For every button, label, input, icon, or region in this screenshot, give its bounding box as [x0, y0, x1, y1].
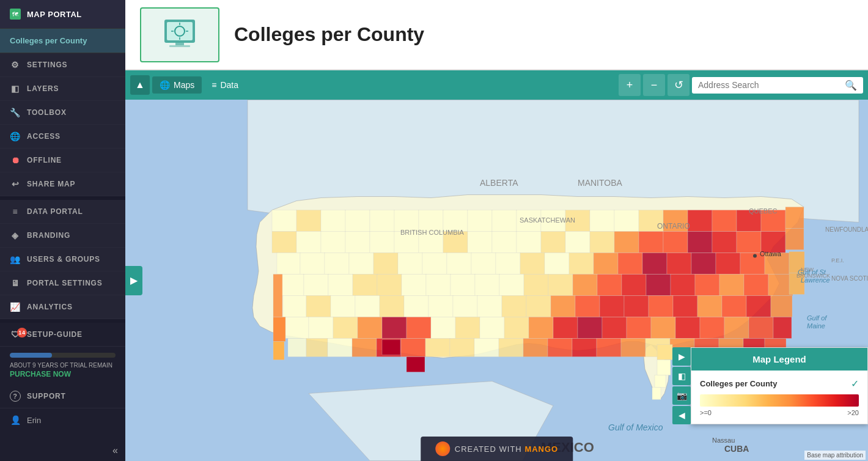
sidebar-item-support[interactable]: ? SUPPORT [0, 385, 125, 408]
zoom-out-button[interactable]: − [643, 74, 665, 96]
sidebar-item-toolbox[interactable]: 🔧 TOOLBOX [0, 101, 125, 125]
sidebar-item-users-groups[interactable]: 👥 USERS & GROUPS [0, 248, 125, 271]
svg-rect-57 [349, 253, 373, 275]
svg-rect-90 [622, 275, 646, 296]
legend-layer-name: Colleges per County [700, 379, 777, 388]
svg-point-172 [753, 254, 757, 258]
toolbar: ▲ 🌐 Maps ≡ Data + − ↺ 🔍 [125, 70, 868, 100]
svg-rect-65 [545, 253, 569, 275]
svg-rect-8 [169, 45, 190, 47]
svg-rect-140 [773, 317, 792, 339]
panel-toggle-button[interactable]: ▶ [125, 266, 142, 295]
svg-rect-100 [331, 296, 355, 317]
users-groups-label: USERS & GROUPS [27, 255, 100, 264]
svg-rect-14 [370, 210, 394, 232]
created-with-text: CREATED WITH [455, 444, 522, 454]
legend-expand-button[interactable]: ▶ [672, 347, 691, 366]
svg-rect-43 [541, 232, 565, 253]
svg-rect-47 [639, 232, 663, 253]
svg-rect-162 [273, 317, 285, 342]
maps-button[interactable]: 🌐 Maps [152, 76, 202, 94]
sidebar-collapse-button[interactable]: « [105, 440, 125, 461]
sidebar-section-1: ⚙ SETTINGS ◧ LAYERS 🔧 TOOLBOX 🌐 ACCESS ⏺… [0, 53, 125, 196]
svg-rect-163 [273, 342, 284, 360]
svg-rect-150 [499, 339, 523, 357]
svg-rect-33 [296, 232, 321, 253]
svg-rect-154 [597, 339, 621, 357]
sidebar-item-data-portal[interactable]: ≡ DATA PORTAL [0, 200, 125, 224]
svg-rect-85 [499, 275, 524, 296]
sidebar-item-settings[interactable]: ⚙ SETTINGS [0, 53, 125, 77]
svg-rect-45 [590, 232, 614, 253]
svg-text:QUEBEC: QUEBEC [749, 207, 778, 215]
support-label: SUPPORT [27, 392, 66, 400]
svg-rect-69 [642, 253, 667, 275]
svg-rect-42 [517, 232, 541, 253]
svg-rect-51 [737, 232, 761, 253]
sidebar-item-analytics[interactable]: 📈 ANALYTICS [0, 295, 125, 319]
svg-rect-77 [304, 275, 328, 296]
svg-rect-141 [288, 339, 306, 357]
svg-rect-101 [273, 275, 282, 317]
sidebar-item-portal-settings[interactable]: 🖥 PORTAL SETTINGS [0, 271, 125, 295]
svg-rect-111 [575, 296, 600, 317]
svg-rect-181 [657, 360, 671, 375]
sidebar-item-branding[interactable]: ◈ BRANDING [0, 224, 125, 248]
sidebar-current-map[interactable]: Colleges per County [0, 29, 125, 53]
zoom-in-button[interactable]: + [619, 74, 641, 96]
refresh-button[interactable]: ↺ [668, 74, 690, 96]
map-portal-icon: 🗺 [10, 9, 21, 20]
legend-layer-row: Colleges per County ✓ [700, 378, 859, 389]
portal-settings-label: PORTAL SETTINGS [27, 279, 103, 287]
sidebar-map-portal-header[interactable]: 🗺 MAP PORTAL [0, 0, 125, 29]
svg-text:Gulf of Mexico: Gulf of Mexico [608, 422, 663, 432]
svg-rect-132 [578, 317, 602, 339]
sidebar-item-layers[interactable]: ◧ LAYERS [0, 77, 125, 101]
svg-text:BRUNSWICK: BRUNSWICK [796, 273, 830, 279]
legend-collapse-button[interactable]: ◀ [672, 406, 691, 424]
svg-rect-119 [771, 296, 792, 317]
legend-layers-button[interactable]: ◧ [672, 367, 691, 385]
sidebar-item-access[interactable]: 🌐 ACCESS [0, 125, 125, 149]
svg-text:Maine: Maine [807, 322, 825, 330]
svg-rect-24 [614, 210, 639, 232]
svg-rect-142 [306, 339, 328, 357]
bottom-banner: CREATED WITH MANGO [421, 437, 573, 461]
svg-rect-116 [697, 296, 722, 317]
svg-rect-70 [667, 253, 691, 275]
purchase-now-link[interactable]: PURCHASE NOW [10, 370, 116, 378]
layers-label: LAYERS [27, 84, 59, 93]
setup-guide-badge: 14 [17, 328, 27, 337]
svg-rect-153 [572, 339, 597, 357]
svg-text:NOVA SCOTIA: NOVA SCOTIA [831, 275, 868, 282]
data-button[interactable]: ≡ Data [204, 76, 246, 94]
svg-rect-152 [548, 339, 572, 357]
svg-rect-41 [492, 232, 517, 253]
search-icon[interactable]: 🔍 [845, 79, 857, 91]
legend-camera-button[interactable]: 📷 [672, 386, 691, 405]
toolbar-toggle-button[interactable]: ▲ [130, 75, 150, 95]
svg-text:NEWFOUNDLAND AND LABRADOR: NEWFOUNDLAND AND LABRADOR [825, 226, 868, 233]
sidebar-user[interactable]: 👤 Erin [0, 408, 125, 432]
app-title: Colleges per County [234, 23, 424, 46]
svg-rect-68 [618, 253, 642, 275]
address-search-box: 🔍 [692, 77, 863, 94]
map-container[interactable]: ▶ [125, 100, 868, 461]
svg-rect-128 [480, 317, 504, 339]
sidebar-item-setup-guide[interactable]: 🛡 SETUP-GUIDE 14 [0, 323, 125, 347]
share-map-icon: ↩ [10, 179, 21, 190]
map-attribution: Base map attribution [804, 451, 866, 460]
branding-label: BRANDING [27, 231, 70, 240]
sidebar-map-label: Colleges per County [10, 36, 87, 45]
svg-rect-151 [523, 339, 548, 357]
svg-rect-115 [673, 296, 697, 317]
svg-text:Nassau: Nassau [712, 437, 735, 444]
sidebar-item-offline[interactable]: ⏺ OFFLINE [0, 149, 125, 172]
svg-rect-35 [345, 232, 370, 253]
address-search-input[interactable] [698, 80, 841, 90]
svg-rect-48 [663, 232, 688, 253]
sidebar-item-share-map[interactable]: ↩ SHARE MAP [0, 172, 125, 196]
svg-rect-80 [377, 275, 402, 296]
legend-check-icon: ✓ [851, 378, 859, 389]
svg-rect-12 [321, 210, 345, 232]
